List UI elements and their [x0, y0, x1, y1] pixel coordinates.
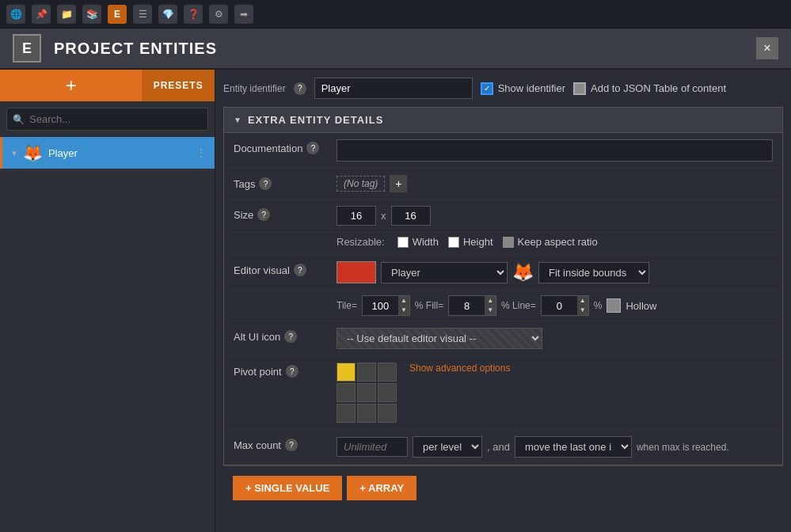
- documentation-row: Documentation ?: [224, 133, 782, 169]
- keep-aspect-checkbox[interactable]: [503, 237, 514, 248]
- editor-visual-label-group: Editor visual ?: [234, 261, 337, 276]
- resizable-height-checkbox[interactable]: [448, 237, 459, 248]
- line-label: % Line=: [501, 300, 536, 311]
- resizable-width-checkbox[interactable]: [397, 237, 409, 248]
- fill-up-arrow[interactable]: ▲: [485, 296, 496, 306]
- no-tag-item: (No tag): [337, 176, 385, 192]
- toolbar-settings-icon[interactable]: ⚙: [209, 5, 228, 24]
- pivot-cell-2[interactable]: [378, 363, 397, 382]
- pivot-cell-0[interactable]: [337, 363, 356, 382]
- tile-down-arrow[interactable]: ▼: [398, 306, 409, 315]
- pivot-cell-1[interactable]: [357, 363, 376, 382]
- content-area: Entity identifier ? Show identifier Add …: [215, 70, 791, 532]
- hollow-color-swatch[interactable]: [607, 298, 621, 313]
- size-height-input[interactable]: [391, 206, 431, 226]
- pivot-cell-8[interactable]: [378, 404, 397, 423]
- entity-identifier-input[interactable]: [314, 78, 473, 99]
- pivot-cell-5[interactable]: [378, 383, 397, 402]
- entity-menu-icon[interactable]: ⋮: [196, 146, 207, 159]
- tags-label-group: Tags ?: [234, 175, 337, 190]
- hollow-label: Hollow: [626, 300, 656, 312]
- add-entity-button[interactable]: +: [0, 70, 142, 101]
- sidebar-top: + PRESETS: [0, 70, 215, 101]
- show-advanced-link[interactable]: Show advanced options: [409, 363, 510, 374]
- documentation-help-icon[interactable]: ?: [306, 142, 319, 154]
- alt-ui-icon-label: Alt UI icon: [234, 331, 280, 343]
- line-value-input[interactable]: [542, 298, 577, 314]
- tile-input-group: ▲ ▼: [362, 295, 410, 316]
- max-count-input[interactable]: [337, 437, 408, 457]
- pct-label: %: [594, 300, 603, 311]
- alt-ui-icon-row: Alt UI icon ? -- Use default editor visu…: [224, 321, 782, 356]
- section-title: EXTRA ENTITY DETAILS: [248, 114, 383, 126]
- search-icon: 🔍: [13, 114, 25, 125]
- tile-arrows: ▲ ▼: [398, 296, 409, 315]
- pivot-point-label: Pivot point: [234, 366, 282, 378]
- alt-ui-select[interactable]: -- Use default editor visual --: [337, 328, 542, 349]
- toolbar-entity-icon[interactable]: E: [108, 5, 127, 24]
- show-identifier-checkbox[interactable]: [481, 82, 493, 95]
- add-array-button[interactable]: + ARRAY: [347, 476, 416, 500]
- pivot-cell-4[interactable]: [357, 383, 376, 402]
- fill-arrows: ▲ ▼: [485, 296, 496, 315]
- toolbar-folder-icon[interactable]: 📁: [57, 5, 76, 24]
- fill-value-input[interactable]: [449, 298, 485, 314]
- resizable-label: Resizable:: [337, 236, 385, 248]
- section-collapse-icon[interactable]: ▼: [234, 116, 241, 124]
- entity-identifier-row: Entity identifier ? Show identifier Add …: [223, 78, 783, 99]
- alt-ui-icon-help-icon[interactable]: ?: [284, 330, 297, 343]
- fill-down-arrow[interactable]: ▼: [485, 306, 496, 315]
- resizable-height-item[interactable]: Height: [448, 236, 493, 248]
- toolbar-enum-icon[interactable]: 💎: [158, 5, 177, 24]
- keep-aspect-item[interactable]: Keep aspect ratio: [503, 236, 598, 248]
- tags-label: Tags: [234, 178, 255, 190]
- toolbar-help-icon[interactable]: ❓: [184, 5, 203, 24]
- tile-row: Tile= ▲ ▼ % Fill= ▲ ▼ % Line=: [224, 291, 782, 321]
- presets-button[interactable]: PRESETS: [142, 70, 215, 101]
- editor-visual-label: Editor visual: [234, 264, 290, 276]
- fit-select[interactable]: Fit inside bounds: [538, 262, 649, 283]
- max-count-label: Max count: [234, 439, 281, 451]
- close-button[interactable]: ×: [756, 37, 778, 59]
- search-input[interactable]: [6, 108, 208, 131]
- size-help-icon[interactable]: ?: [257, 208, 270, 221]
- editor-visual-row: Editor visual ? Player 🦊 Fit inside boun…: [224, 255, 782, 291]
- page-title: PROJECT ENTITIES: [54, 40, 743, 58]
- size-width-input[interactable]: [337, 206, 376, 226]
- documentation-content: [337, 139, 773, 162]
- tags-help-icon[interactable]: ?: [259, 177, 272, 190]
- toolbar-layers-icon[interactable]: 📚: [82, 5, 101, 24]
- entity-identifier-help-icon[interactable]: ?: [294, 82, 306, 95]
- and-label: , and: [487, 441, 510, 453]
- resizable-width-item[interactable]: Width: [397, 236, 439, 248]
- toolbar-exit-icon[interactable]: ➡: [234, 5, 253, 24]
- max-count-help-icon[interactable]: ?: [285, 439, 298, 451]
- section-header: ▼ EXTRA ENTITY DETAILS: [223, 107, 783, 132]
- tile-up-arrow[interactable]: ▲: [398, 296, 409, 306]
- toolbar-list-icon[interactable]: ☰: [133, 5, 152, 24]
- list-item[interactable]: ▼ 🦊 Player ⋮: [0, 137, 215, 169]
- toolbar-pin-icon[interactable]: 📌: [32, 5, 51, 24]
- pivot-cell-6[interactable]: [337, 404, 356, 423]
- documentation-input[interactable]: [337, 139, 773, 162]
- title-bar: E PROJECT ENTITIES ×: [0, 28, 791, 70]
- color-swatch[interactable]: [337, 261, 376, 283]
- size-separator: x: [381, 210, 386, 222]
- pivot-cell-7[interactable]: [357, 404, 376, 423]
- per-level-select[interactable]: per level: [413, 436, 482, 458]
- add-to-json-checkbox[interactable]: [573, 82, 586, 95]
- add-single-value-button[interactable]: + SINGLE VALUE: [233, 476, 342, 500]
- entity-identifier-label: Entity identifier: [223, 83, 286, 94]
- sprite-select[interactable]: Player: [381, 262, 508, 283]
- move-select[interactable]: move the last one i: [515, 436, 632, 458]
- resizable-height-label: Height: [463, 236, 493, 248]
- toolbar-globe-icon[interactable]: 🌐: [6, 5, 25, 24]
- add-tag-button[interactable]: +: [390, 175, 407, 192]
- editor-visual-help-icon[interactable]: ?: [294, 264, 306, 276]
- line-up-arrow[interactable]: ▲: [577, 296, 588, 306]
- tile-value-input[interactable]: [363, 298, 398, 314]
- pivot-point-help-icon[interactable]: ?: [286, 365, 299, 378]
- pivot-cell-3[interactable]: [337, 383, 356, 402]
- line-down-arrow[interactable]: ▼: [577, 306, 588, 315]
- when-reached-label: when max is reached.: [637, 442, 729, 453]
